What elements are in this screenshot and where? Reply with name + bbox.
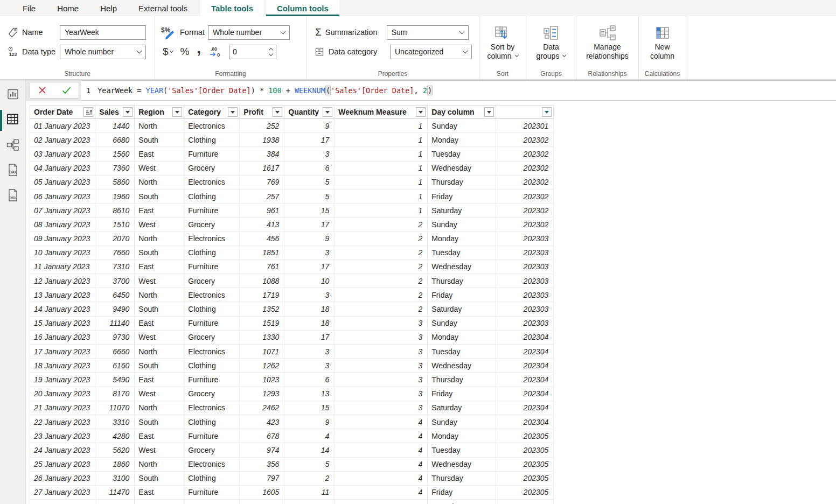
sidebar-item-model-view[interactable] [0,133,25,158]
cell-sales[interactable]: 5700 [95,500,135,504]
cell-yearweek[interactable]: 202303 [496,274,554,288]
cell-quantity[interactable]: 3 [284,345,335,359]
cell-order-date[interactable]: 08 January 2023 [30,218,95,232]
cell-yearweek[interactable]: 202304 [496,387,554,401]
cell-order-date[interactable]: 22 January 2023 [30,415,95,429]
cell-order-date[interactable]: 12 January 2023 [30,274,95,288]
cell-day-column[interactable]: Thursday [428,274,496,288]
formula-input[interactable]: 1 YearWeek = YEAR('Sales'[Order Date]) *… [81,80,836,101]
cell-sales[interactable]: 8610 [95,204,135,218]
cell-sales[interactable]: 11470 [95,485,135,499]
tab-external-tools[interactable]: External tools [128,0,198,16]
cell-weeknum-measure[interactable]: 3 [335,345,428,359]
cell-quantity[interactable]: 15 [284,401,335,415]
cell-region[interactable]: North [135,175,184,189]
cell-profit[interactable]: 1088 [240,274,284,288]
cell-quantity[interactable]: 3 [284,288,335,302]
cell-yearweek[interactable]: 202302 [496,218,554,232]
cell-day-column[interactable]: Tuesday [428,147,496,161]
cell-profit[interactable]: 1293 [240,387,284,401]
cell-sales[interactable]: 9730 [95,330,135,344]
cell-profit[interactable]: 252 [240,119,284,133]
cell-quantity[interactable]: 18 [284,316,335,330]
cell-weeknum-measure[interactable]: 4 [335,471,428,485]
cell-yearweek[interactable]: 202302 [496,147,554,161]
cell-day-column[interactable]: Sunday [428,119,496,133]
cell-profit[interactable]: 2462 [240,401,284,415]
cell-category[interactable]: Clothing [184,189,240,203]
cell-day-column[interactable]: Saturday [428,401,496,415]
column-header-sales[interactable]: Sales [95,106,135,119]
cell-quantity[interactable]: 17 [284,133,335,147]
cell-quantity[interactable]: 5 [284,457,335,471]
column-header-yearweek[interactable]: YearWeek [496,106,554,119]
tab-home[interactable]: Home [46,0,89,16]
cell-category[interactable]: Grocery [184,218,240,232]
data-groups-button[interactable]: Data groups [526,23,576,61]
cell-region[interactable]: East [135,485,184,499]
cell-quantity[interactable]: 11 [284,485,335,499]
cell-day-column[interactable]: Wednesday [428,161,496,175]
cell-region[interactable]: North [135,457,184,471]
cell-yearweek[interactable]: 202303 [496,288,554,302]
cell-category[interactable]: Grocery [184,330,240,344]
cell-order-date[interactable]: 11 January 2023 [30,260,95,274]
cell-sales[interactable]: 7360 [95,161,135,175]
cell-weeknum-measure[interactable]: 2 [335,246,428,260]
cell-category[interactable]: Clothing [184,471,240,485]
column-header-day-column[interactable]: Day column [428,106,496,119]
cell-day-column[interactable]: Sunday [428,316,496,330]
cell-region[interactable]: South [135,302,184,316]
cell-order-date[interactable]: 10 January 2023 [30,246,95,260]
cell-order-date[interactable]: 28 January 2023 [30,500,95,504]
cell-profit[interactable]: 1938 [240,133,284,147]
sort-ascending-icon[interactable] [83,107,93,117]
cell-quantity[interactable]: 3 [284,359,335,373]
cell-region[interactable]: West [135,161,184,175]
cell-weeknum-measure[interactable]: 4 [335,500,428,504]
cell-category[interactable]: Grocery [184,274,240,288]
cell-day-column[interactable]: Friday [428,387,496,401]
cell-order-date[interactable]: 06 January 2023 [30,189,95,203]
cell-sales[interactable]: 11140 [95,316,135,330]
cell-category[interactable]: Electronics [184,345,240,359]
cell-category[interactable]: Furniture [184,429,240,443]
cell-quantity[interactable]: 17 [284,330,335,344]
cell-region[interactable]: South [135,359,184,373]
cell-sales[interactable]: 3700 [95,274,135,288]
cell-region[interactable]: South [135,471,184,485]
cell-weeknum-measure[interactable]: 1 [335,161,428,175]
cell-order-date[interactable]: 24 January 2023 [30,443,95,457]
cell-quantity[interactable]: 9 [284,119,335,133]
cell-quantity[interactable]: 13 [284,387,335,401]
column-menu-icon[interactable] [542,107,552,117]
cell-order-date[interactable]: 05 January 2023 [30,175,95,189]
cell-category[interactable]: Electronics [184,232,240,246]
cell-profit[interactable]: 678 [240,429,284,443]
cell-sales[interactable]: 1960 [95,189,135,203]
cell-yearweek[interactable]: 202302 [496,133,554,147]
cell-profit[interactable]: 413 [240,218,284,232]
cell-profit[interactable]: 974 [240,443,284,457]
cell-order-date[interactable]: 13 January 2023 [30,288,95,302]
cell-sales[interactable]: 2070 [95,232,135,246]
cell-profit[interactable]: 384 [240,147,284,161]
cell-sales[interactable]: 1510 [95,218,135,232]
cell-region[interactable]: North [135,232,184,246]
cell-profit[interactable]: 423 [240,415,284,429]
cell-region[interactable]: East [135,260,184,274]
cell-profit[interactable]: 761 [240,260,284,274]
cell-profit[interactable]: 356 [240,457,284,471]
cell-weeknum-measure[interactable]: 3 [335,316,428,330]
cell-sales[interactable]: 4280 [95,429,135,443]
cancel-formula-button[interactable] [30,82,54,98]
cell-yearweek[interactable]: 202304 [496,330,554,344]
cell-weeknum-measure[interactable]: 2 [335,260,428,274]
column-header-order-date[interactable]: Order Date [30,106,95,119]
cell-sales[interactable]: 7660 [95,246,135,260]
cell-category[interactable]: Electronics [184,119,240,133]
cell-quantity[interactable]: 2 [284,471,335,485]
format-select[interactable]: Whole number [208,25,290,40]
cell-order-date[interactable]: 21 January 2023 [30,401,95,415]
cell-sales[interactable]: 7310 [95,260,135,274]
